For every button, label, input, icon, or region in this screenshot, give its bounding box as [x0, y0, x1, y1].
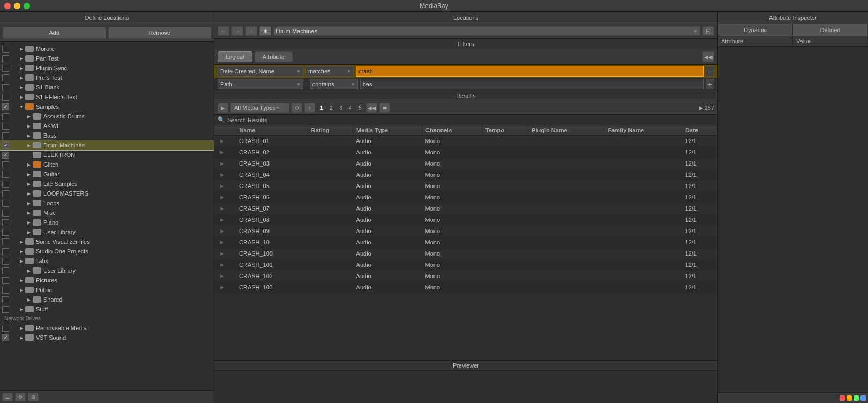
tree-item-akwf[interactable]: AKWF — [0, 121, 214, 131]
table-row[interactable]: ▶CRASH_06AudioMono12/1 — [214, 192, 717, 203]
filter-op-1[interactable]: matches ▼ — [305, 66, 354, 77]
table-row[interactable]: ▶CRASH_103AudioMono12/1 — [214, 282, 717, 293]
arrow-drum-machines[interactable] — [25, 141, 33, 149]
tree-item-stuff[interactable]: Stuff — [0, 304, 214, 314]
tree-item-samples[interactable]: Samples — [0, 102, 214, 111]
checkbox-stuff[interactable] — [2, 306, 9, 313]
table-row[interactable]: ▶CRASH_102AudioMono12/1 — [214, 271, 717, 282]
close-button[interactable] — [4, 3, 11, 9]
tree-item-user-library-samples[interactable]: User Library — [0, 227, 214, 237]
results-settings-button[interactable]: ⚙ — [291, 103, 302, 113]
table-row[interactable]: ▶CRASH_04AudioMono12/1 — [214, 169, 717, 181]
arrow-glitch[interactable] — [25, 161, 33, 168]
tree-item-loopmasters[interactable]: LOOPMASTERS — [0, 189, 214, 198]
col-header-tempo[interactable]: Tempo — [482, 125, 528, 136]
checkbox-drum-machines[interactable] — [2, 142, 9, 149]
checkbox-pictures[interactable] — [2, 277, 9, 284]
checkbox-glitch[interactable] — [2, 161, 9, 168]
minimize-button[interactable] — [14, 3, 20, 9]
arrow-user-library-samples[interactable] — [25, 228, 33, 236]
tree-item-bass[interactable]: Bass — [0, 131, 214, 140]
checkbox-s1-blank[interactable] — [2, 84, 9, 91]
filter-reset-button[interactable]: ◀◀ — [702, 51, 714, 62]
arrow-tabs[interactable] — [18, 257, 25, 265]
arrow-vst-sound[interactable] — [18, 334, 25, 341]
results-play-button[interactable]: ▶ — [218, 103, 228, 113]
arrow-guitar[interactable] — [25, 170, 33, 178]
checkbox-user-library-samples[interactable] — [2, 229, 9, 236]
checkbox-samples[interactable] — [2, 103, 9, 110]
arrow-sonic-visualizer[interactable] — [18, 238, 25, 245]
add-filter-button[interactable]: + — [304, 103, 315, 113]
arrow-s1-effects[interactable] — [18, 93, 25, 101]
filter-value-1[interactable] — [356, 66, 704, 77]
arrow-misc[interactable] — [25, 209, 33, 217]
arrow-morore[interactable] — [18, 45, 25, 53]
arrow-loopmasters[interactable] — [25, 190, 33, 197]
checkbox-elektron[interactable] — [2, 152, 9, 159]
row-play-icon[interactable]: ▶ — [218, 227, 226, 235]
up-button[interactable]: ↑ — [245, 26, 257, 36]
filter-op-2[interactable]: contains ▼ — [310, 79, 358, 89]
checkbox-plugin-sync[interactable] — [2, 65, 9, 72]
checkbox-prefs-test[interactable] — [2, 74, 9, 81]
filter-add-button[interactable]: + — [706, 79, 714, 89]
tree-item-life-samples[interactable]: Life Samples — [0, 179, 214, 189]
tree-item-elektron[interactable]: ELEKTRON — [0, 150, 214, 160]
arrow-shared[interactable] — [25, 296, 33, 303]
col-header-name-label[interactable]: Name — [236, 125, 308, 136]
location-dropdown[interactable]: Drum Machines ▼ — [273, 26, 700, 36]
row-play-icon[interactable]: ▶ — [218, 159, 226, 168]
back-button[interactable]: ← — [218, 26, 229, 36]
arrow-pan-test[interactable] — [18, 55, 25, 62]
arrow-bass[interactable] — [25, 132, 33, 139]
tree-item-guitar[interactable]: Guitar — [0, 169, 214, 179]
page-4[interactable]: 4 — [346, 103, 355, 112]
filter-remove-1-button[interactable]: – — [706, 66, 714, 77]
arrow-akwf[interactable] — [25, 122, 33, 130]
tab-defined[interactable]: Defined — [793, 24, 868, 36]
tree-item-plugin-sync[interactable]: Plugin Sync — [0, 63, 214, 73]
arrow-prefs-test[interactable] — [18, 74, 25, 81]
page-5[interactable]: 5 — [356, 103, 364, 112]
tree-item-acoustic-drums[interactable]: Acoustic Drums — [0, 111, 214, 121]
table-row[interactable]: ▶CRASH_09AudioMono12/1 — [214, 226, 717, 237]
checkbox-loops[interactable] — [2, 200, 9, 207]
arrow-life-samples[interactable] — [25, 180, 33, 188]
checkbox-vst-sound[interactable] — [2, 334, 9, 341]
tree-item-morore[interactable]: Morore — [0, 44, 214, 54]
arrow-user-library-top[interactable] — [25, 267, 33, 274]
checkbox-shared[interactable] — [2, 296, 9, 303]
first-page-button[interactable]: ◀◀ — [366, 103, 377, 113]
tree-item-s1-blank[interactable]: S1 Blank — [0, 83, 214, 92]
row-play-icon[interactable]: ▶ — [218, 193, 226, 202]
checkbox-bass[interactable] — [2, 132, 9, 139]
tree-item-s1-effects[interactable]: S1 EFfects Text — [0, 92, 214, 102]
arrow-public[interactable] — [18, 286, 25, 294]
col-header-date[interactable]: Date — [682, 125, 717, 136]
table-row[interactable]: ▶CRASH_08AudioMono12/1 — [214, 214, 717, 226]
checkbox-public[interactable] — [2, 287, 9, 294]
table-row[interactable]: ▶CRASH_01AudioMono12/1 — [214, 136, 717, 147]
row-play-icon[interactable]: ▶ — [218, 204, 226, 213]
arrow-s1-blank[interactable] — [18, 84, 25, 91]
tree-item-misc[interactable]: Misc — [0, 208, 214, 218]
checkbox-piano[interactable] — [2, 219, 9, 226]
col-header-media-type[interactable]: Media Type — [353, 125, 422, 136]
table-row[interactable]: ▶CRASH_101AudioMono12/1 — [214, 259, 717, 271]
grid-view-button[interactable]: ⊞ — [28, 393, 39, 401]
col-header-plugin[interactable]: Plugin Name — [528, 125, 604, 136]
arrow-acoustic-drums[interactable] — [25, 113, 33, 120]
col-header-rating[interactable]: Rating — [308, 125, 353, 136]
tree-item-prefs-test[interactable]: Prefs Test — [0, 73, 214, 83]
arrow-loops[interactable] — [25, 199, 33, 207]
tree-item-tabs[interactable]: Tabs — [0, 256, 214, 266]
row-play-icon[interactable]: ▶ — [218, 238, 226, 247]
row-play-icon[interactable]: ▶ — [218, 182, 226, 190]
tree-item-vst-sound[interactable]: VST Sound — [0, 333, 214, 342]
tree-item-sonic-visualizer[interactable]: Sonic Visualizer files — [0, 237, 214, 247]
tree-item-user-library-top[interactable]: User Library — [0, 266, 214, 275]
checkbox-user-library-top[interactable] — [2, 267, 9, 274]
row-play-icon[interactable]: ▶ — [218, 215, 226, 224]
page-1[interactable]: 1 — [317, 103, 326, 112]
